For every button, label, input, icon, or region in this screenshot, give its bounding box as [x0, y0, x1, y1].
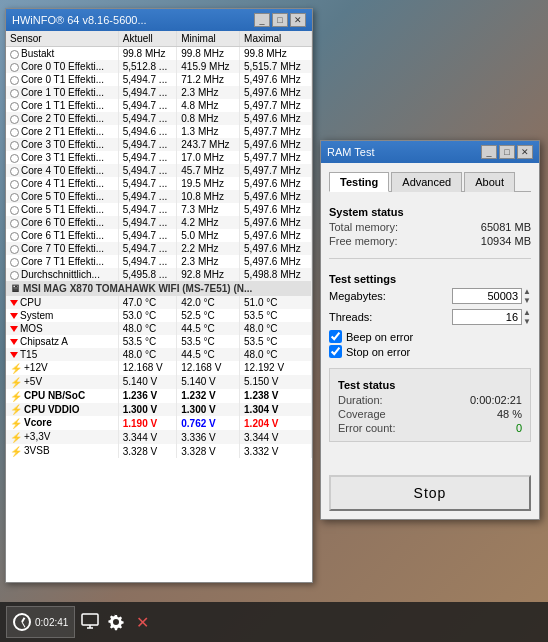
- aktuell-cell: 5,494.7 ...: [118, 112, 177, 125]
- minimal-cell: 45.7 MHz: [177, 164, 240, 177]
- minimal-cell: 10.8 MHz: [177, 190, 240, 203]
- sensor-name-text: System: [20, 310, 53, 321]
- lightning-icon: ⚡: [10, 431, 24, 442]
- sensor-name-text: Durchschnittlich...: [21, 269, 100, 280]
- ramtest-body: Testing Advanced About System status Tot…: [321, 163, 539, 519]
- table-row[interactable]: Core 2 T0 Effekti...5,494.7 ...0.8 MHz5,…: [6, 112, 312, 125]
- test-status-section: Test status Duration: 0:00:02:21 Coverag…: [329, 368, 531, 442]
- table-row[interactable]: CPU47.0 °C42.0 °C51.0 °C: [6, 296, 312, 309]
- close-icon[interactable]: ✕: [131, 611, 153, 633]
- monitor-icon[interactable]: [79, 611, 101, 633]
- stop-on-error-row: Stop on error: [329, 345, 531, 358]
- maximal-cell: 5,497.6 MHz: [240, 203, 312, 216]
- table-row[interactable]: Core 3 T1 Effekti...5,494.7 ...17.0 MHz5…: [6, 151, 312, 164]
- ramtest-maximize-button[interactable]: □: [499, 145, 515, 159]
- maximal-cell: 51.0 °C: [240, 296, 312, 309]
- table-row[interactable]: Bustakt99.8 MHz99.8 MHz99.8 MHz: [6, 47, 312, 61]
- lightning-icon: ⚡: [10, 404, 24, 415]
- sensor-name-text: MOS: [20, 323, 43, 334]
- taskbar-time[interactable]: 0:02:41: [6, 606, 75, 638]
- test-settings-label: Test settings: [329, 273, 531, 285]
- hwinfo-maximize-button[interactable]: □: [272, 13, 288, 27]
- table-row[interactable]: T1548.0 °C44.5 °C48.0 °C: [6, 348, 312, 361]
- tab-advanced[interactable]: Advanced: [391, 172, 462, 192]
- megabytes-input[interactable]: 50003: [452, 288, 522, 304]
- table-row[interactable]: Core 6 T1 Effekti...5,494.7 ...5.0 MHz5,…: [6, 229, 312, 242]
- table-row[interactable]: Core 2 T1 Effekti...5,494.6 ...1.3 MHz5,…: [6, 125, 312, 138]
- hwinfo-minimize-button[interactable]: _: [254, 13, 270, 27]
- table-row[interactable]: ⚡+5V5.140 V5.140 V5.150 V: [6, 375, 312, 389]
- beep-on-error-checkbox[interactable]: [329, 330, 342, 343]
- table-row[interactable]: ⚡CPU NB/SoC1.236 V1.232 V1.238 V: [6, 389, 312, 403]
- table-row[interactable]: MOS48.0 °C44.5 °C48.0 °C: [6, 322, 312, 335]
- sensor-name-text: Core 2 T1 Effekti...: [21, 126, 104, 137]
- table-row[interactable]: Core 5 T0 Effekti...5,494.7 ...10.8 MHz5…: [6, 190, 312, 203]
- sensor-name-text: Core 5 T1 Effekti...: [21, 204, 104, 215]
- minimal-cell: 2.3 MHz: [177, 255, 240, 268]
- table-row[interactable]: Core 7 T1 Effekti...5,494.7 ...2.3 MHz5,…: [6, 255, 312, 268]
- ramtest-minimize-button[interactable]: _: [481, 145, 497, 159]
- tab-about[interactable]: About: [464, 172, 515, 192]
- table-row[interactable]: System53.0 °C52.5 °C53.5 °C: [6, 309, 312, 322]
- ramtest-titlebar: RAM Test _ □ ✕: [321, 141, 539, 163]
- free-memory-row: Free memory: 10934 MB: [329, 234, 531, 248]
- threads-spin-arrows[interactable]: ▲▼: [523, 308, 531, 326]
- table-row[interactable]: Core 4 T1 Effekti...5,494.7 ...19.5 MHz5…: [6, 177, 312, 190]
- table-row[interactable]: ⚡CPU VDDIO1.300 V1.300 V1.304 V: [6, 403, 312, 417]
- circle-icon: [10, 74, 21, 85]
- table-row[interactable]: ⚡Vcore1.190 V0.762 V1.204 V: [6, 416, 312, 430]
- threads-input[interactable]: 16: [452, 309, 522, 325]
- table-row[interactable]: Core 4 T0 Effekti...5,494.7 ...45.7 MHz5…: [6, 164, 312, 177]
- sensor-name-cell: ⚡+3,3V: [6, 430, 118, 444]
- hwinfo-title: HWiNFO® 64 v8.16-5600...: [12, 14, 147, 26]
- megabytes-label: Megabytes:: [329, 290, 386, 302]
- table-row[interactable]: Core 7 T0 Effekti...5,494.7 ...2.2 MHz5,…: [6, 242, 312, 255]
- circle-icon: [10, 191, 21, 202]
- maximal-cell: 5,497.6 MHz: [240, 229, 312, 242]
- table-row[interactable]: Durchschnittlich...5,495.8 ...92.8 MHz5,…: [6, 268, 312, 281]
- table-row[interactable]: Core 3 T0 Effekti...5,494.7 ...243.7 MHz…: [6, 138, 312, 151]
- maximal-cell: 5,497.6 MHz: [240, 177, 312, 190]
- table-row[interactable]: 🖥MSI MAG X870 TOMAHAWK WIFI (MS-7E51) (N…: [6, 281, 312, 296]
- ramtest-close-button[interactable]: ✕: [517, 145, 533, 159]
- hwinfo-titlebar: HWiNFO® 64 v8.16-5600... _ □ ✕: [6, 9, 312, 31]
- table-row[interactable]: Core 1 T0 Effekti...5,494.7 ...2.3 MHz5,…: [6, 86, 312, 99]
- sensor-name-cell: Bustakt: [6, 47, 118, 61]
- sensor-name-text: Core 6 T1 Effekti...: [21, 230, 104, 241]
- table-row[interactable]: Core 6 T0 Effekti...5,494.7 ...4.2 MHz5,…: [6, 216, 312, 229]
- maximal-cell: 53.5 °C: [240, 309, 312, 322]
- sensor-name-cell: Core 0 T1 Effekti...: [6, 73, 118, 86]
- table-row[interactable]: ⚡+3,3V3.344 V3.336 V3.344 V: [6, 430, 312, 444]
- maximal-cell: 53.5 °C: [240, 335, 312, 348]
- sensor-name-cell: Core 3 T1 Effekti...: [6, 151, 118, 164]
- table-row[interactable]: Chipsatz A53.5 °C53.5 °C53.5 °C: [6, 335, 312, 348]
- aktuell-cell: 53.0 °C: [118, 309, 177, 322]
- gear-icon[interactable]: [105, 611, 127, 633]
- minimal-cell: 1.3 MHz: [177, 125, 240, 138]
- stop-on-error-checkbox[interactable]: [329, 345, 342, 358]
- sensor-name-text: CPU NB/SoC: [24, 390, 85, 401]
- table-row[interactable]: Core 0 T0 Effekti...5,512.8 ...415.9 MHz…: [6, 60, 312, 73]
- table-row[interactable]: Core 0 T1 Effekti...5,494.7 ...71.2 MHz5…: [6, 73, 312, 86]
- maximal-cell: 5,497.7 MHz: [240, 125, 312, 138]
- stop-button[interactable]: Stop: [329, 475, 531, 511]
- hwinfo-close-button[interactable]: ✕: [290, 13, 306, 27]
- circle-icon: [10, 204, 21, 215]
- minimal-cell: 3.336 V: [177, 430, 240, 444]
- table-row[interactable]: ⚡3VSB3.328 V3.328 V3.332 V: [6, 444, 312, 458]
- minimal-cell: 7.3 MHz: [177, 203, 240, 216]
- maximal-cell: 5,497.7 MHz: [240, 151, 312, 164]
- free-memory-label: Free memory:: [329, 235, 397, 247]
- table-row[interactable]: Core 5 T1 Effekti...5,494.7 ...7.3 MHz5,…: [6, 203, 312, 216]
- error-count-value: 0: [516, 422, 522, 434]
- table-row[interactable]: ⚡+12V12.168 V12.168 V12.192 V: [6, 361, 312, 375]
- aktuell-cell: 48.0 °C: [118, 322, 177, 335]
- megabytes-spin-arrows[interactable]: ▲▼: [523, 287, 531, 305]
- aktuell-cell: 1.190 V: [118, 416, 177, 430]
- aktuell-cell: 5,494.7 ...: [118, 138, 177, 151]
- table-row[interactable]: Core 1 T1 Effekti...5,494.7 ...4.8 MHz5,…: [6, 99, 312, 112]
- divider-1: [329, 258, 531, 259]
- tab-testing[interactable]: Testing: [329, 172, 389, 192]
- test-status-label: Test status: [338, 379, 522, 391]
- sensor-name-cell: Core 1 T1 Effekti...: [6, 99, 118, 112]
